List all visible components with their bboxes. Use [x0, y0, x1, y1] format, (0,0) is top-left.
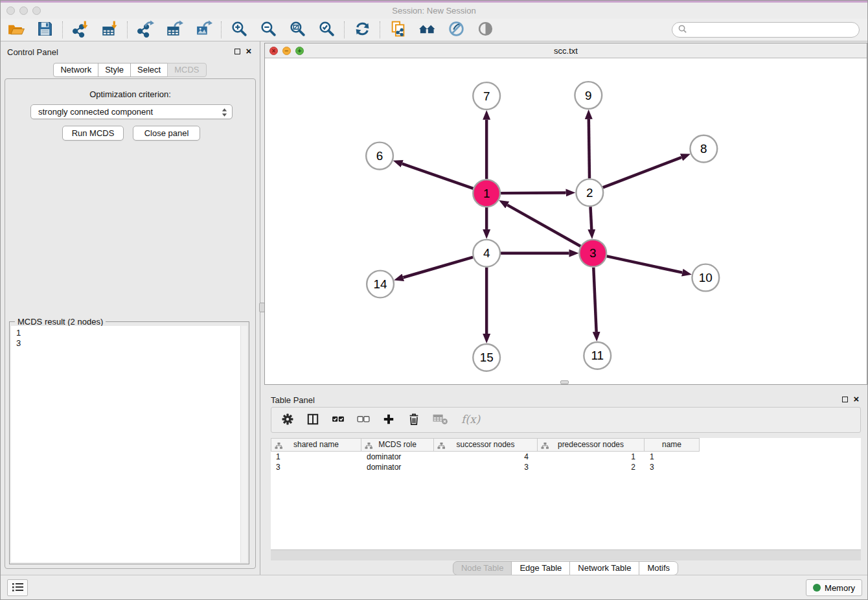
graph-node-1[interactable]: 1	[473, 179, 500, 207]
refresh-button[interactable]	[352, 20, 372, 40]
export-network-icon	[137, 20, 154, 40]
graph-node-15[interactable]: 15	[473, 344, 500, 371]
tab-select[interactable]: Select	[130, 63, 168, 77]
tab-mcds[interactable]: MCDS	[167, 63, 206, 77]
graph-edge-4-14[interactable]	[403, 257, 473, 277]
graph-edge-3-11[interactable]	[593, 268, 596, 332]
column-header-successor-nodes[interactable]: successor nodes	[434, 438, 538, 452]
tab-edge-table[interactable]: Edge Table	[511, 561, 570, 575]
graph-edge-1-6[interactable]	[402, 164, 474, 189]
table-row[interactable]: 3dominator323	[271, 462, 861, 472]
search-input[interactable]	[690, 25, 854, 35]
zoom-selected-button[interactable]	[317, 20, 336, 40]
svg-text:8: 8	[700, 142, 707, 156]
svg-text:11: 11	[591, 349, 604, 362]
tab-network[interactable]: Network	[53, 63, 98, 77]
export-table-icon	[166, 20, 183, 40]
memory-label: Memory	[825, 583, 855, 593]
graph-edge-3-10[interactable]	[607, 256, 683, 272]
column-header-mcds-role[interactable]: MCDS role	[361, 438, 434, 452]
vertical-splitter[interactable]	[260, 41, 264, 576]
network-window-title: scc.txt	[265, 43, 867, 58]
tab-motifs[interactable]: Motifs	[639, 561, 678, 575]
homes-button[interactable]	[417, 20, 437, 40]
graph-node-11[interactable]: 11	[584, 342, 611, 369]
open-folder-button[interactable]	[6, 20, 25, 40]
run-mcds-button[interactable]: Run MCDS	[62, 126, 124, 141]
criterion-selected-value: strongly connected component	[38, 107, 153, 117]
add-button[interactable]	[382, 411, 396, 429]
brush-slash-button[interactable]	[446, 20, 466, 40]
table-panel-close-button[interactable]: ×	[852, 395, 861, 404]
graph-node-7[interactable]: 7	[473, 82, 500, 110]
deselect-all-button[interactable]	[356, 411, 371, 429]
add-icon	[382, 412, 396, 428]
eye-button[interactable]	[475, 20, 495, 40]
export-image-button[interactable]	[194, 20, 213, 40]
zoom-fit-button[interactable]	[288, 20, 307, 40]
control-panel-float-button[interactable]	[233, 47, 242, 56]
graph-edge-3-1[interactable]	[507, 205, 580, 246]
tab-network-table[interactable]: Network Table	[569, 561, 639, 575]
table-panel-title: Table Panel	[271, 395, 315, 405]
float-icon	[234, 49, 240, 54]
criterion-select[interactable]: strongly connected component	[30, 104, 233, 119]
refresh-icon	[354, 20, 371, 40]
import-table-icon	[101, 20, 119, 40]
toolbar-separator	[62, 21, 63, 38]
import-table-button[interactable]	[100, 20, 119, 40]
task-history-button[interactable]	[7, 579, 28, 596]
result-line: 3	[16, 338, 238, 349]
document-network-icon	[389, 20, 407, 40]
result-scrollbar-track[interactable]	[240, 326, 247, 562]
close-mcds-panel-button[interactable]: Close panel	[133, 126, 200, 141]
graph-node-3[interactable]: 3	[579, 240, 606, 267]
list-icon	[10, 581, 25, 595]
trash-button[interactable]	[407, 411, 421, 429]
graph-edge-2-3[interactable]	[590, 207, 591, 229]
graph-edge-2-8[interactable]	[603, 157, 681, 188]
svg-text:6: 6	[376, 149, 383, 163]
graph-node-2[interactable]: 2	[576, 179, 603, 206]
tab-style[interactable]: Style	[98, 63, 131, 77]
graph-node-6[interactable]: 6	[366, 143, 393, 170]
control-panel-tabs: NetworkStyleSelectMCDS	[1, 63, 260, 77]
graph-node-4[interactable]: 4	[473, 240, 500, 267]
mcds-result-area[interactable]: 13	[11, 326, 247, 562]
memory-status-dot	[813, 584, 821, 592]
table-horizontal-scrollbar-track[interactable]	[271, 549, 861, 560]
split-column-button[interactable]	[306, 411, 320, 429]
gear-button[interactable]	[280, 411, 295, 429]
document-network-button[interactable]	[388, 20, 407, 40]
export-network-button[interactable]	[135, 20, 155, 40]
graph-edge-1-2[interactable]	[501, 192, 565, 193]
titlebar[interactable]: Session: New Session	[1, 3, 867, 19]
graph-node-14[interactable]: 14	[367, 271, 394, 298]
network-window-titlebar[interactable]: × − + scc.txt	[265, 43, 867, 58]
graph-node-8[interactable]: 8	[690, 135, 717, 163]
zoom-out-button[interactable]	[258, 20, 278, 40]
search-box[interactable]	[672, 22, 860, 38]
graph-edge-2-9[interactable]	[589, 119, 589, 179]
horizontal-splitter-grip[interactable]	[560, 380, 569, 384]
table-cell: dominator	[361, 452, 434, 462]
table-row[interactable]: 1dominator411	[271, 452, 861, 462]
zoom-in-button[interactable]	[229, 20, 249, 40]
column-header-predecessor-nodes[interactable]: predecessor nodes	[538, 438, 645, 452]
export-table-button[interactable]	[165, 20, 184, 40]
network-canvas[interactable]: 7968124314101511	[266, 59, 866, 384]
import-network-button[interactable]	[71, 20, 90, 40]
table-cell: 1	[271, 452, 361, 462]
control-panel-close-button[interactable]: ×	[244, 47, 253, 56]
select-all-button[interactable]	[331, 411, 345, 429]
save-button[interactable]	[35, 20, 54, 40]
graph-node-10[interactable]: 10	[692, 264, 719, 292]
graph-node-9[interactable]: 9	[575, 82, 602, 109]
tab-node-table[interactable]: Node Table	[453, 561, 512, 575]
column-header-name[interactable]: name	[645, 438, 700, 452]
table-panel-float-button[interactable]	[840, 395, 849, 404]
memory-button[interactable]: Memory	[806, 579, 862, 596]
toolbar-group	[6, 20, 54, 40]
network-graph: 7968124314101511	[266, 59, 866, 384]
column-header-shared-name[interactable]: shared name	[271, 438, 361, 452]
